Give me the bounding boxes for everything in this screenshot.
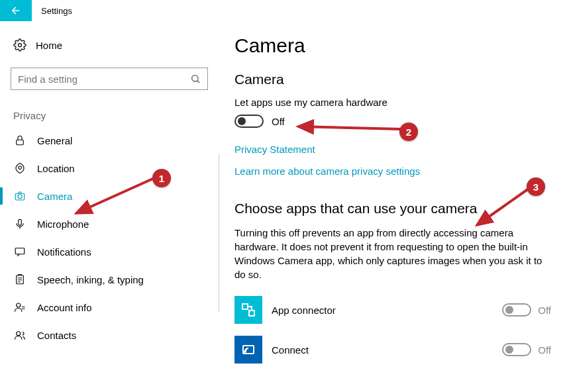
- section-heading-apps: Choose apps that can use your camera: [234, 201, 551, 217]
- annotation-badge-2: 2: [399, 122, 418, 141]
- toggle-knob: [238, 117, 246, 125]
- svg-rect-2: [17, 140, 24, 145]
- learn-more-link[interactable]: Learn more about camera privacy settings: [234, 166, 551, 177]
- clipboard-icon: [13, 273, 26, 285]
- main-panel: Camera Camera Let apps use my camera har…: [219, 21, 567, 392]
- microphone-icon: [13, 218, 26, 230]
- search-icon: [190, 74, 201, 84]
- app-label: Connect: [272, 344, 493, 356]
- connect-icon: [234, 336, 262, 364]
- sidebar-item-general[interactable]: General: [0, 126, 219, 154]
- gear-icon: [13, 38, 26, 52]
- window-title: Settings: [32, 6, 72, 16]
- titlebar: Settings: [0, 0, 567, 21]
- nav-label: Location: [37, 163, 75, 174]
- section-heading-camera: Camera: [234, 72, 551, 87]
- nav-label: Microphone: [37, 219, 89, 230]
- home-button[interactable]: Home: [11, 32, 208, 58]
- sidebar-item-contacts[interactable]: Contacts: [0, 321, 219, 349]
- svg-point-1: [192, 75, 198, 81]
- nav-label: General: [37, 135, 72, 146]
- annotation-badge-1: 1: [152, 169, 171, 187]
- section-description: Turning this off prevents an app from di…: [234, 226, 551, 281]
- svg-rect-6: [19, 219, 22, 225]
- privacy-statement-link[interactable]: Privacy Statement: [234, 144, 551, 155]
- svg-point-10: [17, 332, 21, 336]
- sidebar-item-speech[interactable]: Speech, inking, & typing: [0, 266, 219, 293]
- nav-list: General Location Camera Microphone: [0, 126, 219, 349]
- notifications-icon: [13, 246, 26, 258]
- svg-point-5: [18, 195, 22, 199]
- location-icon: [13, 162, 26, 174]
- back-button[interactable]: [0, 0, 32, 21]
- app-toggle-state: Off: [538, 305, 551, 316]
- nav-label: Account info: [37, 302, 92, 313]
- lock-icon: [13, 134, 26, 146]
- account-icon: [13, 301, 26, 313]
- sidebar-item-location[interactable]: Location: [0, 154, 219, 182]
- contacts-icon: [13, 329, 26, 341]
- app-connector-toggle[interactable]: [502, 303, 531, 317]
- nav-label: Notifications: [37, 246, 91, 258]
- app-row-connect: Connect Off: [234, 336, 551, 364]
- app-label: App connector: [272, 305, 493, 316]
- app-toggle-state: Off: [538, 344, 551, 356]
- svg-rect-7: [15, 248, 25, 254]
- connect-toggle[interactable]: [502, 343, 531, 356]
- search-box[interactable]: [11, 68, 208, 90]
- annotation-badge-3: 3: [527, 177, 545, 196]
- sidebar-item-microphone[interactable]: Microphone: [0, 210, 219, 238]
- nav-label: Speech, inking, & typing: [37, 274, 144, 285]
- toggle-state-label: Off: [272, 116, 285, 127]
- camera-icon: [13, 190, 26, 202]
- svg-point-0: [19, 44, 22, 47]
- app-connector-icon: [234, 296, 262, 324]
- search-input[interactable]: [18, 74, 190, 85]
- app-row-app-connector: App connector Off: [234, 296, 551, 324]
- sidebar: Home Privacy General Locatio: [0, 21, 219, 392]
- svg-rect-12: [249, 311, 254, 316]
- nav-label: Camera: [37, 191, 72, 202]
- svg-point-9: [17, 303, 21, 307]
- svg-point-3: [19, 166, 22, 170]
- setting-label: Let apps use my camera hardware: [234, 97, 551, 108]
- home-label: Home: [36, 40, 62, 51]
- category-label: Privacy: [11, 110, 208, 121]
- sidebar-item-account[interactable]: Account info: [0, 293, 219, 321]
- arrow-left-icon: [10, 5, 22, 17]
- nav-label: Contacts: [37, 330, 76, 341]
- sidebar-item-camera[interactable]: Camera: [0, 182, 219, 210]
- camera-toggle[interactable]: [234, 115, 264, 128]
- svg-rect-11: [242, 304, 248, 309]
- svg-point-14: [244, 351, 246, 352]
- page-title: Camera: [234, 34, 551, 57]
- sidebar-item-notifications[interactable]: Notifications: [0, 238, 219, 266]
